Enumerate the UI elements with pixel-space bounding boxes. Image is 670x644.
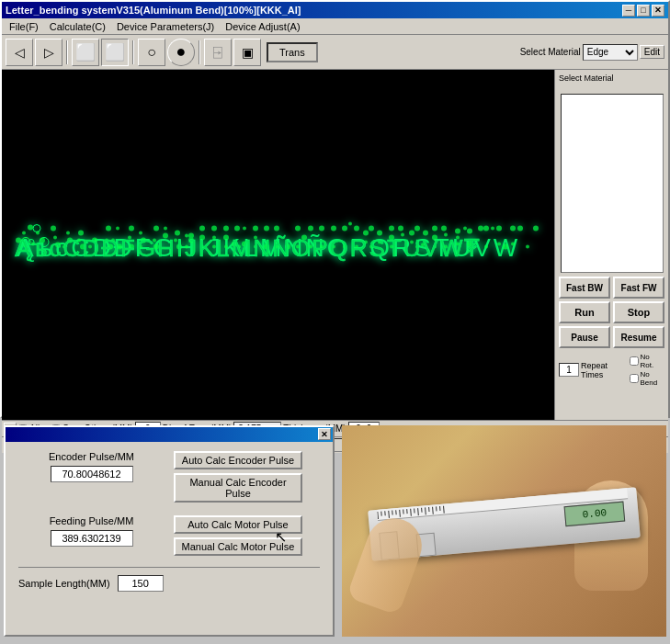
svg-point-116 [497,242,501,245]
menu-file[interactable]: File(F) [4,19,44,34]
svg-point-37 [164,226,167,230]
fast-bw-button[interactable]: Fast BW [559,277,610,299]
stop-button[interactable]: Stop [613,301,664,323]
cursor-indicator: ↖ [275,528,287,546]
svg-point-117 [503,243,508,249]
svg-point-118 [511,242,515,245]
svg-point-22 [106,225,111,231]
svg-text:ĄъcCDĐFGHIJKLMNÑOPQRSTUVW₮: ĄъcCDĐFGHIJKLMNÑOPQRSTUVW₮ [15,233,483,261]
toolbar-btn-8[interactable]: ▣ [233,39,261,66]
material-select[interactable]: Edge [583,44,638,61]
svg-point-56 [243,226,246,230]
repeat-value-input[interactable] [559,363,579,377]
svg-point-81 [348,221,352,225]
maximize-button[interactable]: □ [637,5,650,17]
svg-point-52 [223,225,229,231]
manual-calc-encoder-button[interactable]: Manual Calc Encoder Pulse [174,473,302,503]
close-button[interactable]: ✕ [652,5,664,17]
toolbar-btn-3[interactable]: ⬜ [72,39,99,66]
run-stop-row: Run Stop [559,301,664,323]
toolbar-btn-5[interactable]: ○ [138,39,165,66]
svg-point-111 [478,225,483,231]
svg-point-120 [517,225,523,231]
menu-device-params[interactable]: Device Parameters(J) [111,19,220,34]
title-controls: ─ □ ✕ [622,5,664,17]
svg-point-113 [483,225,489,231]
caliper-image-panel: 0.00 [342,425,666,637]
auto-calc-encoder-group: Auto Calc Encoder Pulse Manual Calc Enco… [174,451,320,503]
sample-length-input[interactable] [118,575,164,592]
pause-button[interactable]: Pause [559,326,610,348]
no-rot-label[interactable]: No Rot. [630,353,664,369]
repeat-times-label: Repeat Times [581,361,626,379]
toolbar-btn-4[interactable]: ⬜ [101,39,129,66]
svg-point-11 [51,225,56,231]
repeat-options: No Rot. No Bend [630,353,664,387]
minimize-button[interactable]: ─ [622,5,635,17]
fast-buttons-row: Fast BW Fast FW [559,277,664,299]
resume-button[interactable]: Resume [613,326,664,348]
bottom-row: ✕ Encoder Pulse/MM Auto Calc Encoder Pul… [0,418,670,644]
toolbar-sep-1 [66,40,68,64]
run-button[interactable]: Run [559,301,610,323]
feeding-pulse-label: Feeding Pulse/MM [50,515,134,526]
dialog-close-button[interactable]: ✕ [318,428,331,440]
menu-device-adjust[interactable]: Device Adjust(A) [220,19,305,34]
repeat-row: Repeat Times No Rot. No Bend [559,353,664,387]
auto-calc-encoder-button[interactable]: Auto Calc Encoder Pulse [174,451,302,469]
svg-point-34 [153,225,159,231]
svg-point-84 [369,225,374,231]
sample-length-label: Sample Length(MM) [18,578,110,589]
toolbar-btn-1[interactable]: ◁ [6,39,33,66]
svg-point-70 [308,225,313,231]
svg-point-77 [342,225,347,231]
svg-point-99 [432,225,437,231]
caliper-screen: 0.00 [564,502,626,527]
svg-point-62 [264,225,269,231]
no-bend-checkbox[interactable] [630,374,639,383]
title-bar: Letter_bending systemV315(Aluminum Bend)… [2,2,668,18]
svg-point-95 [414,225,420,231]
svg-point-106 [463,226,467,230]
encoder-pulse-group: Encoder Pulse/MM [18,451,165,503]
fast-fw-button[interactable]: Fast FW [613,277,664,299]
main-body: ĄъcCDĐFGHIJKLMNÑOPQRSTUVW [2,70,668,420]
svg-point-1 [33,224,40,232]
svg-point-55 [234,225,240,231]
svg-point-122 [533,225,539,231]
toolbar-sep-2 [132,40,134,64]
feeding-pulse-group: Feeding Pulse/MM [18,515,165,556]
toolbar-btn-2[interactable]: ▷ [35,39,62,66]
background-surface: 0.00 [342,425,666,637]
svg-point-88 [389,225,394,231]
buttons-area: Fast BW Fast FW Run Stop Pause Resume Re… [559,277,664,387]
svg-point-121 [526,244,529,248]
feeding-pulse-input[interactable] [51,530,133,547]
encoder-pulse-label: Encoder Pulse/MM [49,451,134,462]
no-bend-label[interactable]: No Bend [630,370,664,387]
svg-point-25 [116,226,119,230]
dialog-body: Encoder Pulse/MM Auto Calc Encoder Pulse… [6,442,333,601]
svg-point-48 [211,225,217,231]
pause-resume-row: Pause Resume [559,326,664,348]
calibration-dialog: ✕ Encoder Pulse/MM Auto Calc Encoder Pul… [4,425,335,637]
auto-calc-motor-group: Auto Calc Motor Pulse Manual Calc Motor … [174,515,320,556]
svg-point-68 [295,225,301,231]
svg-point-101 [441,225,447,231]
svg-point-28 [129,225,134,231]
menu-calculate[interactable]: Calculate(C) [44,19,111,34]
svg-point-90 [398,225,403,231]
encoder-pulse-input[interactable] [51,466,133,482]
edit-button[interactable]: Edit [640,45,664,59]
toolbar-btn-6[interactable]: ● [167,39,195,66]
toolbar-btn-7[interactable]: ⍈ [204,39,232,66]
main-window: Letter_bending systemV315(Aluminum Bend)… [0,0,670,418]
svg-point-75 [331,225,336,231]
select-material-label-text: Select Material [559,73,614,83]
svg-point-65 [274,225,279,231]
preview-box [561,94,664,273]
dialog-title-bar: ✕ [6,427,333,442]
window-title: Letter_bending systemV315(Aluminum Bend)… [6,5,622,16]
trans-button[interactable]: Trans [267,42,318,62]
no-rot-checkbox[interactable] [630,356,639,366]
